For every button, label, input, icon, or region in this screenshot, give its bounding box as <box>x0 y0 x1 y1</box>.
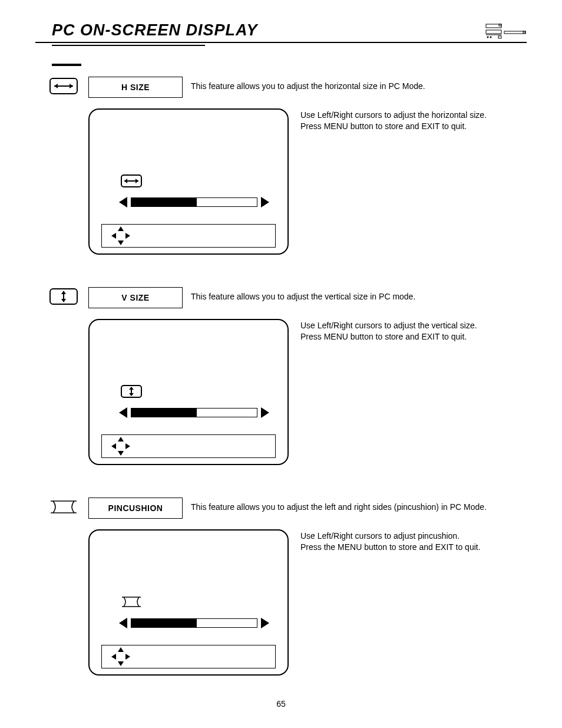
svg-marker-24 <box>61 299 66 302</box>
slider-track[interactable] <box>131 197 257 207</box>
dpad-icon <box>110 646 131 667</box>
svg-marker-16 <box>135 179 138 183</box>
feature-intro: This feature allows you to adjust the ho… <box>191 77 527 91</box>
instruction-line: Press MENU button to store and EXIT to q… <box>300 121 527 132</box>
dpad-icon <box>110 225 131 246</box>
header-decor-icon <box>485 23 527 39</box>
instruction-line: Use Left/Right cursors to adjust pincush… <box>300 531 527 542</box>
svg-marker-39 <box>111 654 116 660</box>
h-size-icon <box>49 78 78 94</box>
divider <box>35 42 527 43</box>
arrow-right-icon[interactable] <box>261 407 269 418</box>
nav-hint <box>101 434 276 458</box>
svg-marker-29 <box>118 437 124 442</box>
arrow-left-icon[interactable] <box>119 618 127 628</box>
svg-marker-15 <box>124 179 127 183</box>
feature-label: H SIZE <box>88 77 183 98</box>
slider-fill <box>131 619 197 627</box>
svg-marker-27 <box>129 387 134 390</box>
svg-marker-37 <box>118 647 124 652</box>
svg-marker-23 <box>61 291 66 294</box>
osd-preview <box>88 529 289 676</box>
page-number: 65 <box>35 699 527 709</box>
section-h-size: H SIZE This feature allows you to adjust… <box>35 77 527 255</box>
feature-intro: This feature allows you to adjust the le… <box>191 498 527 512</box>
h-size-icon <box>121 174 142 187</box>
divider <box>52 64 81 66</box>
feature-label: PINCUSHION <box>88 498 183 519</box>
arrow-left-icon[interactable] <box>119 407 127 418</box>
slider[interactable] <box>119 196 269 209</box>
page-title: PC ON-SCREEN DISPLAY <box>35 21 258 39</box>
svg-rect-4 <box>523 31 525 33</box>
svg-marker-20 <box>125 233 130 239</box>
svg-marker-31 <box>111 443 116 449</box>
instruction-line: Use Left/Right cursors to adjust the hor… <box>300 110 527 121</box>
slider-fill <box>131 409 197 417</box>
svg-marker-18 <box>118 241 124 245</box>
slider[interactable] <box>119 617 269 630</box>
nav-hint <box>101 224 276 248</box>
feature-intro: This feature allows you to adjust the ve… <box>191 287 527 301</box>
arrow-right-icon[interactable] <box>261 618 269 628</box>
arrow-right-icon[interactable] <box>261 197 269 207</box>
svg-marker-11 <box>54 84 58 88</box>
svg-marker-17 <box>118 226 124 231</box>
svg-marker-40 <box>125 654 130 660</box>
pincushion-icon <box>121 595 142 608</box>
section-v-size: V SIZE This feature allows you to adjust… <box>35 287 527 465</box>
svg-rect-1 <box>499 24 501 26</box>
nav-hint <box>101 645 276 668</box>
slider-track[interactable] <box>131 618 257 628</box>
v-size-icon <box>121 385 142 398</box>
svg-rect-7 <box>498 36 501 38</box>
svg-marker-38 <box>118 661 124 666</box>
svg-marker-12 <box>70 84 73 88</box>
section-pincushion: PINCUSHION This feature allows you to ad… <box>35 498 527 676</box>
svg-rect-2 <box>486 30 501 34</box>
osd-preview <box>88 108 289 255</box>
instruction-line: Use Left/Right cursors to adjust the ver… <box>300 320 527 331</box>
pincushion-icon <box>49 499 78 515</box>
svg-point-6 <box>490 37 492 38</box>
svg-marker-30 <box>118 451 124 456</box>
arrow-left-icon[interactable] <box>119 197 127 207</box>
v-size-icon <box>49 288 78 305</box>
instruction-line: Press the MENU button to store and EXIT … <box>300 542 527 553</box>
divider <box>52 45 205 46</box>
feature-label: V SIZE <box>88 287 183 308</box>
slider-track[interactable] <box>131 408 257 417</box>
osd-preview <box>88 319 289 465</box>
dpad-icon <box>110 436 131 457</box>
svg-rect-3 <box>504 31 525 34</box>
svg-point-5 <box>487 37 489 38</box>
svg-marker-32 <box>125 443 130 449</box>
svg-marker-28 <box>129 393 134 396</box>
svg-marker-19 <box>111 233 116 239</box>
instruction-line: Press MENU button to store and EXIT to q… <box>300 331 527 342</box>
slider-fill <box>131 198 197 206</box>
slider[interactable] <box>119 406 269 419</box>
